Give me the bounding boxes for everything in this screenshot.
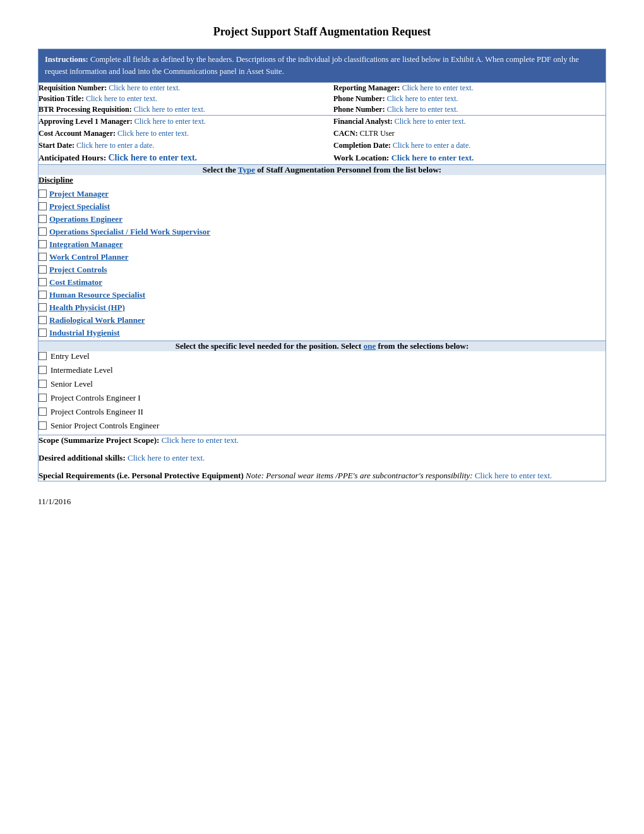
completion-date-label: Completion Date: [333,141,391,150]
level-label-lv1: Entry Level [51,351,90,361]
discipline-link-cb3[interactable]: Operations Engineer [49,214,122,224]
btr-value[interactable]: Click here to enter text. [134,105,205,114]
list-item: Entry Level [39,351,605,361]
desired-label: Desired additional skills: [39,453,126,462]
level-checkboxes-container: Entry LevelIntermediate LevelSenior Leve… [39,351,605,431]
type-link[interactable]: Type [238,165,255,174]
list-item: Project Manager [39,189,605,199]
desired-value[interactable]: Click here to enter text. [128,453,205,462]
phone-number2-label: Phone Number: [333,105,385,114]
select-level-suffix: from the selections below: [378,341,468,351]
level-label-lv3: Senior Level [51,379,93,389]
discipline-checkbox-cb9[interactable] [39,291,47,299]
select-type-suffix: of Staff Augmentation Personnel from the… [257,165,441,174]
list-item: Health Physicist (HP) [39,303,605,313]
discipline-link-cb6[interactable]: Work Control Planner [49,252,128,262]
level-checkbox-lv1[interactable] [39,352,47,360]
special-value[interactable]: Click here to enter text. [475,471,552,480]
cost-account-value[interactable]: Click here to enter text. [117,129,189,138]
financial-analyst-value[interactable]: Click here to enter text. [395,117,466,126]
list-item: Operations Engineer [39,214,605,224]
one-link[interactable]: one [364,341,376,351]
level-label-lv4: Project Controls Engineer I [51,393,141,403]
list-item: Project Specialist [39,202,605,212]
page-title: Project Support Staff Augmentation Reque… [38,25,606,39]
list-item: Project Controls [39,265,605,275]
instructions-row: Instructions: Complete all fields as def… [39,49,605,82]
scope-value[interactable]: Click here to enter text. [162,435,239,445]
discipline-link-cb9[interactable]: Human Resource Specialist [49,290,145,300]
level-label-lv5: Project Controls Engineer II [51,407,143,417]
level-section: Entry LevelIntermediate LevelSenior Leve… [39,351,606,435]
discipline-link-cb10[interactable]: Health Physicist (HP) [49,303,125,313]
discipline-checkbox-cb5[interactable] [39,240,47,248]
discipline-checkbox-cb3[interactable] [39,215,47,223]
level-label-lv6: Senior Project Controls Engineer [51,421,159,431]
requisition-number-value[interactable]: Click here to enter text. [109,83,180,92]
discipline-link-cb8[interactable]: Cost Estimator [49,277,102,287]
start-date-value[interactable]: Click here to enter a date. [76,141,154,150]
discipline-checkbox-cb1[interactable] [39,190,47,198]
completion-date-value[interactable]: Click here to enter a date. [393,141,470,150]
discipline-checkbox-cb2[interactable] [39,202,47,210]
list-item: Integration Manager [39,239,605,250]
level-checkbox-lv3[interactable] [39,380,47,388]
list-item: Operations Specialist / Field Work Super… [39,227,605,237]
reporting-manager-label: Reporting Manager: [333,83,400,92]
discipline-checkbox-cb7[interactable] [39,265,47,274]
start-date-label: Start Date: [39,141,75,150]
special-label: Special Requirements (i.e. Personal Prot… [39,471,244,480]
approving-label: Approving Level 1 Manager: [39,117,133,126]
list-item: Human Resource Specialist [39,290,605,300]
phone-number-label: Phone Number: [333,94,385,103]
discipline-checkbox-cb4[interactable] [39,227,47,236]
list-item: Project Controls Engineer II [39,407,605,417]
special-note: Note: Personal wear items /PPE's are sub… [246,471,473,480]
anticipated-hours-value[interactable]: Click here to enter text. [109,153,198,162]
select-level-text: Select the specific level needed for the… [176,341,362,351]
discipline-checkbox-cb6[interactable] [39,253,47,261]
select-level-row: Select the specific level needed for the… [39,341,606,351]
level-checkbox-lv2[interactable] [39,366,47,374]
discipline-checkbox-cb8[interactable] [39,278,47,286]
cacn-value: CLTR User [360,129,395,138]
discipline-checkbox-cb12[interactable] [39,329,47,337]
discipline-link-cb2[interactable]: Project Specialist [49,202,110,212]
list-item: Cost Estimator [39,277,605,287]
approving-value[interactable]: Click here to enter text. [134,117,206,126]
work-location-label: Work Location: [333,153,389,162]
scope-label: Scope (Summarize Project Scope): [39,435,159,445]
level-label-lv2: Intermediate Level [51,365,113,375]
discipline-link-cb5[interactable]: Integration Manager [49,239,123,250]
anticipated-hours-label: Anticipated Hours: [39,153,106,162]
phone-number2-value[interactable]: Click here to enter text. [387,105,458,114]
reporting-manager-value[interactable]: Click here to enter text. [402,83,474,92]
level-checkbox-lv6[interactable] [39,421,47,430]
discipline-link-cb4[interactable]: Operations Specialist / Field Work Super… [49,227,210,237]
position-title-value[interactable]: Click here to enter text. [86,94,157,103]
discipline-link-cb12[interactable]: Industrial Hygienist [49,328,120,338]
select-type-text: Select the [203,165,236,174]
financial-analyst-label: Financial Analyst: [333,117,393,126]
list-item: Radiological Work Planner [39,315,605,325]
discipline-link-cb11[interactable]: Radiological Work Planner [49,315,145,325]
position-title-label: Position Title: [39,94,84,103]
btr-label: BTR Processing Requisition: [39,105,132,114]
list-item: Senior Level [39,379,605,389]
instructions-text: Complete all fields as defined by the he… [45,55,579,76]
discipline-checkbox-cb10[interactable] [39,303,47,311]
level-checkbox-lv4[interactable] [39,394,47,402]
work-location-value[interactable]: Click here to enter text. [391,153,474,162]
discipline-checkbox-cb11[interactable] [39,316,47,324]
level-checkbox-lv5[interactable] [39,408,47,416]
list-item: Industrial Hygienist [39,328,605,338]
discipline-section: Discipline Project ManagerProject Specia… [39,175,606,341]
phone-number-value[interactable]: Click here to enter text. [387,94,458,103]
instructions-label: Instructions: [45,55,88,64]
cacn-label: CACN: [333,129,358,138]
list-item: Senior Project Controls Engineer [39,421,605,431]
discipline-link-cb7[interactable]: Project Controls [49,265,107,275]
cost-account-label: Cost Account Manager: [39,129,116,138]
discipline-link-cb1[interactable]: Project Manager [49,189,109,199]
list-item: Project Controls Engineer I [39,393,605,403]
